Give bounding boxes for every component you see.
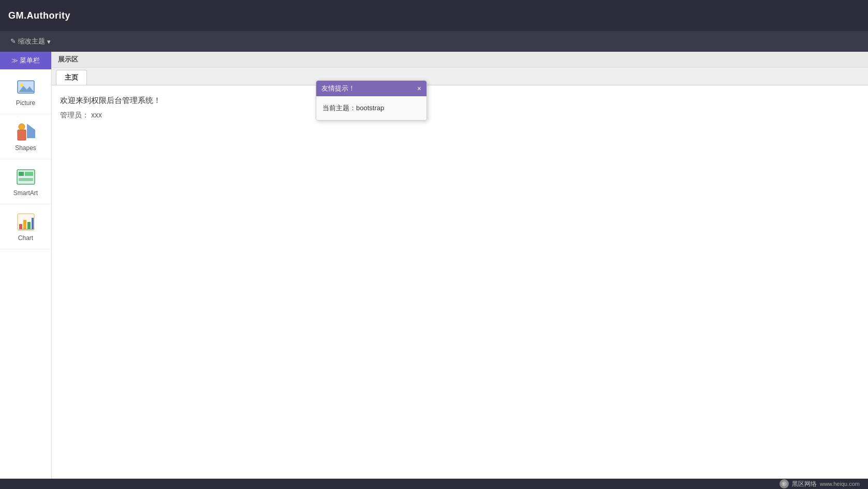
sidebar-item-picture-label: Picture: [16, 99, 35, 107]
modal-close-button[interactable]: ×: [417, 85, 421, 92]
sidebar-item-smartart-label: SmartArt: [13, 189, 38, 197]
svg-rect-11: [19, 224, 22, 229]
content-area: 展示区 主页 欢迎来到权限后台管理系统！ 管理员： xxx 友情提示！ × 当前…: [52, 52, 868, 479]
watermark-icon: T: [779, 479, 789, 488]
admin-name: xxx: [91, 111, 102, 119]
svg-rect-3: [18, 130, 26, 140]
svg-point-5: [19, 124, 25, 130]
sidebar-item-smartart[interactable]: SmartArt: [0, 159, 51, 204]
modal-title: 友情提示！: [321, 84, 355, 93]
theme-button[interactable]: ✎ 缩改主题 ▾: [6, 35, 55, 48]
toolbar: ✎ 缩改主题 ▾: [0, 31, 868, 52]
svg-marker-4: [27, 124, 35, 138]
tab-bar: 主页: [52, 68, 868, 85]
svg-text:T: T: [783, 482, 785, 486]
modal-body-text: 当前主题：bootstrap: [322, 104, 384, 112]
modal-body: 当前主题：bootstrap: [316, 96, 426, 120]
content-header: 展示区: [52, 52, 868, 68]
main-layout: ≫ 菜单栏 Picture Shapes: [0, 52, 868, 479]
svg-rect-8: [25, 172, 33, 176]
svg-point-1: [20, 83, 23, 86]
shapes-icon: [16, 122, 36, 142]
sidebar-item-shapes-label: Shapes: [15, 144, 36, 152]
sidebar-item-picture[interactable]: Picture: [0, 69, 51, 114]
sidebar-toggle-button[interactable]: ≫ 菜单栏: [0, 52, 51, 69]
dropdown-arrow-icon: ▾: [47, 38, 51, 46]
app-title: GM.Authority: [8, 10, 70, 21]
svg-rect-12: [23, 220, 26, 229]
sidebar-item-chart[interactable]: Chart: [0, 204, 51, 249]
bottom-bar: T 黑区网络 www.heiqu.com: [0, 479, 868, 489]
smartart-icon: [16, 167, 36, 187]
sidebar: ≫ 菜单栏 Picture Shapes: [0, 52, 52, 479]
picture-icon: [16, 77, 36, 97]
svg-rect-13: [27, 222, 31, 229]
content-body: 欢迎来到权限后台管理系统！ 管理员： xxx 友情提示！ × 当前主题：boot…: [52, 85, 868, 479]
sidebar-item-chart-label: Chart: [18, 234, 33, 242]
tab-home[interactable]: 主页: [56, 70, 87, 85]
watermark: T 黑区网络 www.heiqu.com: [779, 479, 860, 488]
welcome-text: 欢迎来到权限后台管理系统！: [60, 96, 860, 106]
sidebar-toggle-label: ≫ 菜单栏: [11, 56, 40, 65]
watermark-text: 黑区网络: [792, 480, 817, 488]
svg-rect-7: [19, 172, 24, 176]
theme-button-label: ✎ 缩改主题: [10, 37, 45, 46]
svg-rect-14: [32, 218, 34, 229]
admin-label: 管理员：: [60, 111, 89, 119]
watermark-url: www.heiqu.com: [820, 481, 860, 487]
tooltip-modal: 友情提示！ × 当前主题：bootstrap: [316, 80, 427, 121]
chart-icon: [16, 212, 36, 232]
modal-title-bar: 友情提示！ ×: [316, 81, 426, 96]
app-header: GM.Authority: [0, 0, 868, 31]
admin-info: 管理员： xxx: [60, 111, 860, 120]
sidebar-item-shapes[interactable]: Shapes: [0, 114, 51, 159]
svg-rect-9: [19, 178, 33, 181]
